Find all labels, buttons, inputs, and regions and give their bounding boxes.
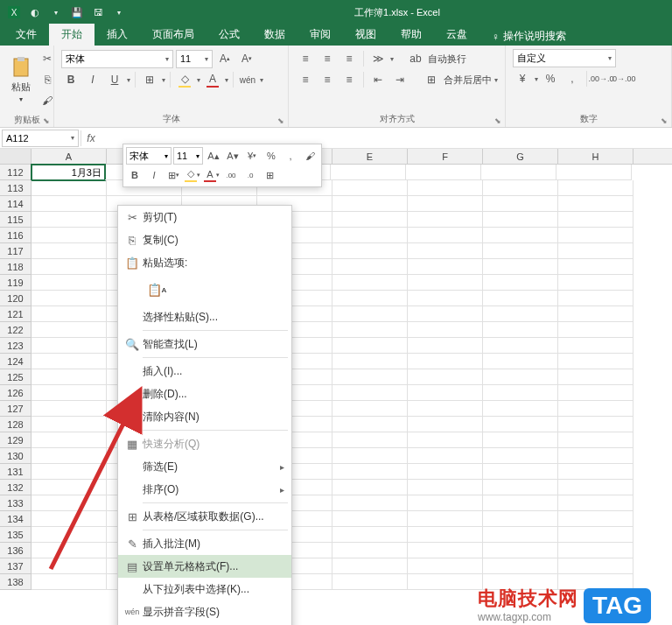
cell[interactable] — [332, 196, 408, 212]
cell[interactable] — [332, 354, 408, 369]
menu-show-pinyin[interactable]: wén显示拼音字段(S) — [118, 600, 291, 623]
menu-cut[interactable]: ✂剪切(T) — [118, 206, 291, 228]
cell[interactable] — [408, 401, 483, 417]
mini-increase-font-icon[interactable]: A▴ — [205, 147, 222, 165]
row-header[interactable]: 134 — [0, 511, 32, 527]
cell[interactable] — [558, 432, 634, 448]
menu-insert[interactable]: 插入(I)... — [118, 360, 291, 383]
tab-view[interactable]: 视图 — [343, 24, 388, 46]
cell[interactable] — [32, 291, 107, 306]
cell[interactable] — [408, 275, 483, 291]
row-header[interactable]: 115 — [0, 212, 32, 228]
cell[interactable] — [332, 306, 408, 322]
dialog-launcher-icon[interactable]: ⬊ — [43, 116, 52, 125]
column-header[interactable]: G — [483, 149, 558, 164]
font-color-icon[interactable]: A — [203, 70, 222, 89]
cell[interactable] — [32, 527, 107, 543]
row-header[interactable]: 125 — [0, 369, 32, 385]
caret-icon[interactable]: ▾ — [110, 4, 128, 21]
cell[interactable] — [32, 275, 107, 291]
cell[interactable] — [483, 306, 558, 322]
cell[interactable] — [408, 228, 483, 243]
cell[interactable] — [408, 464, 483, 480]
cell[interactable] — [32, 385, 107, 401]
row-header[interactable]: 137 — [0, 558, 32, 574]
font-size-combo[interactable]: 11▾ — [176, 50, 213, 68]
merge-icon[interactable]: ⊞ — [422, 70, 441, 89]
phonetic-icon[interactable]: wén — [238, 70, 257, 89]
tab-insert[interactable]: 插入 — [94, 24, 140, 46]
row-header[interactable]: 123 — [0, 338, 32, 354]
cell[interactable] — [483, 196, 558, 212]
dialog-launcher-icon[interactable]: ⬊ — [277, 116, 286, 125]
cell[interactable] — [32, 322, 107, 338]
underline-button[interactable]: U — [105, 70, 124, 89]
mini-accounting-icon[interactable]: ¥▾ — [243, 147, 261, 165]
cell[interactable] — [483, 180, 558, 196]
spreadsheet-grid[interactable]: ABCDEFGH 1121月3日113114115116117118119120… — [0, 149, 672, 625]
menu-from-dropdown[interactable]: 从下拉列表中选择(K)... — [118, 578, 291, 600]
caret-icon[interactable]: ▾ — [47, 4, 65, 21]
cell[interactable] — [483, 464, 558, 480]
cell[interactable] — [558, 228, 634, 243]
cell[interactable] — [332, 558, 408, 574]
cell[interactable] — [558, 259, 634, 275]
cell[interactable] — [406, 165, 481, 180]
row-header[interactable]: 121 — [0, 306, 32, 322]
cell[interactable] — [32, 558, 107, 574]
cell[interactable] — [408, 259, 483, 275]
cell[interactable] — [558, 369, 634, 385]
autosave-toggle[interactable]: ◐ — [26, 4, 44, 21]
cell[interactable] — [483, 322, 558, 338]
cell[interactable] — [32, 448, 107, 464]
cell[interactable] — [32, 495, 107, 511]
row-header[interactable]: 126 — [0, 385, 32, 401]
number-format-combo[interactable]: 自定义▾ — [513, 49, 616, 67]
cell[interactable] — [408, 574, 483, 590]
wrap-text-label[interactable]: 自动换行 — [428, 53, 466, 66]
cell[interactable] — [483, 495, 558, 511]
cell[interactable] — [332, 480, 408, 495]
row-header[interactable]: 119 — [0, 275, 32, 291]
cell[interactable] — [558, 558, 634, 574]
cell[interactable] — [32, 228, 107, 243]
tab-layout[interactable]: 页面布局 — [140, 24, 206, 46]
cell[interactable] — [332, 464, 408, 480]
cell[interactable] — [558, 495, 634, 511]
fill-color-icon[interactable]: ◇ — [175, 70, 194, 89]
cell[interactable] — [332, 338, 408, 354]
cell[interactable] — [32, 259, 107, 275]
row-header[interactable]: 133 — [0, 495, 32, 511]
row-header[interactable]: 136 — [0, 543, 32, 558]
cell[interactable] — [32, 480, 107, 495]
column-header[interactable]: E — [332, 149, 408, 164]
align-middle-icon[interactable]: ≡ — [318, 49, 337, 68]
mini-percent-icon[interactable]: % — [262, 147, 280, 165]
cell[interactable] — [332, 527, 408, 543]
percent-icon[interactable]: % — [541, 69, 560, 88]
cell[interactable] — [483, 291, 558, 306]
cell[interactable] — [558, 543, 634, 558]
increase-indent-icon[interactable]: ⇥ — [390, 70, 410, 89]
cell[interactable] — [558, 448, 634, 464]
tab-file[interactable]: 文件 — [4, 24, 49, 46]
align-right-icon[interactable]: ≡ — [340, 70, 359, 89]
mini-dec-decimal-icon[interactable]: .0 — [242, 166, 259, 184]
cell[interactable] — [558, 275, 634, 291]
cell[interactable] — [32, 338, 107, 354]
comma-icon[interactable]: , — [563, 69, 582, 88]
cell[interactable] — [332, 448, 408, 464]
mini-merge-icon[interactable]: ⊞ — [261, 166, 278, 184]
cell[interactable] — [408, 543, 483, 558]
cell[interactable] — [332, 495, 408, 511]
cell[interactable] — [332, 291, 408, 306]
column-header[interactable]: A — [32, 149, 107, 164]
row-header[interactable]: 130 — [0, 448, 32, 464]
cell[interactable] — [32, 306, 107, 322]
cell[interactable] — [558, 180, 634, 196]
cell[interactable] — [558, 401, 634, 417]
cell[interactable] — [483, 543, 558, 558]
cell[interactable] — [558, 527, 634, 543]
row-header[interactable]: 128 — [0, 417, 32, 432]
accounting-icon[interactable]: ¥ — [513, 69, 532, 88]
